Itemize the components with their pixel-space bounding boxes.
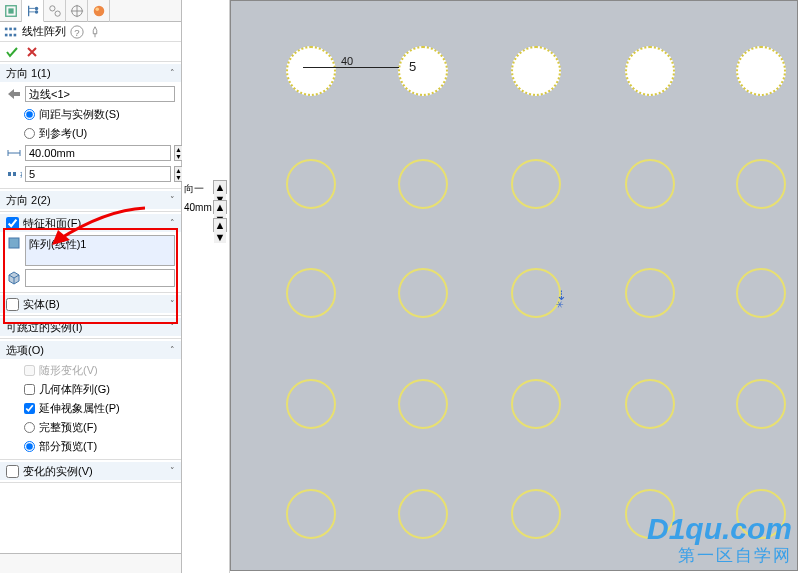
tab-target[interactable]	[66, 0, 88, 22]
pattern-instance	[625, 489, 675, 539]
svg-rect-19	[14, 33, 17, 36]
origin-marker: ⇣⚹	[556, 288, 567, 310]
pattern-instance	[286, 46, 336, 96]
propagate-visual-checkbox[interactable]	[24, 403, 35, 414]
svg-rect-1	[8, 8, 13, 13]
pattern-instance	[286, 489, 336, 539]
section-skip-instances: 可跳过的实例(I)˅	[0, 316, 181, 339]
chevron-down-icon: ˅	[170, 195, 175, 205]
partial-preview-radio[interactable]	[24, 441, 35, 452]
face-icon	[6, 269, 22, 285]
feature-icon	[6, 235, 22, 251]
svg-rect-14	[5, 27, 8, 30]
pattern-instance	[625, 159, 675, 209]
svg-rect-16	[14, 27, 17, 30]
help-icon[interactable]: ?	[70, 25, 84, 39]
tab-feature[interactable]	[0, 0, 22, 22]
section-options-header[interactable]: 选项(O)˄	[0, 341, 181, 359]
pattern-instance	[398, 268, 448, 318]
svg-rect-15	[9, 27, 12, 30]
linear-pattern-icon	[4, 25, 18, 39]
tab-appearance[interactable]	[88, 0, 110, 22]
svg-text:?: ?	[74, 26, 79, 37]
graphics-viewport[interactable]: 40 5 ⇣⚹	[230, 0, 798, 571]
count-input[interactable]	[25, 166, 171, 182]
features-list[interactable]: 阵列(线性)1	[25, 235, 175, 266]
section-features-faces: 特征和面(F)˄ 阵列(线性)1	[0, 212, 181, 293]
direction1-edge-input[interactable]	[25, 86, 175, 102]
section-vary-instances-header[interactable]: 变化的实例(V)˅	[0, 462, 181, 480]
spacing-instances-radio[interactable]	[24, 109, 35, 120]
section-bodies: 实体(B)˅	[0, 293, 181, 316]
action-row	[0, 42, 181, 62]
section-bodies-header[interactable]: 实体(B)˅	[0, 295, 181, 313]
svg-point-5	[34, 6, 38, 10]
svg-point-8	[55, 11, 60, 16]
dimension-line	[303, 67, 399, 68]
pattern-instance	[398, 379, 448, 429]
chevron-down-icon: ˅	[170, 299, 175, 309]
tab-tree[interactable]	[22, 0, 44, 22]
cancel-button[interactable]	[24, 44, 40, 60]
strip-spinner-1[interactable]: ▲▼	[213, 180, 227, 194]
reverse-direction-icon[interactable]	[6, 86, 22, 102]
pattern-instance	[625, 46, 675, 96]
panel-title: 线性阵列	[22, 24, 66, 39]
svg-rect-18	[9, 33, 12, 36]
pattern-instance	[286, 379, 336, 429]
svg-rect-26	[13, 172, 16, 176]
svg-point-6	[34, 10, 38, 14]
pin-icon[interactable]	[88, 25, 102, 39]
svg-text:#: #	[20, 168, 22, 180]
vary-instances-checkbox[interactable]	[6, 465, 19, 478]
spacing-input[interactable]	[25, 145, 171, 161]
geometry-pattern-checkbox[interactable]	[24, 384, 35, 395]
section-direction1-header[interactable]: 方向 1(1)˄	[0, 64, 181, 82]
property-panel: 线性阵列 ? 方向 1(1)˄ 间距与实例数(S) 到参考(U) ▲▼	[0, 0, 182, 573]
chevron-up-icon: ˄	[170, 68, 175, 78]
tab-config[interactable]	[44, 0, 66, 22]
section-vary-instances: 变化的实例(V)˅	[0, 460, 181, 483]
pattern-instance	[625, 268, 675, 318]
vary-sketch-checkbox	[24, 365, 35, 376]
section-direction2: 方向 2(2)˅	[0, 189, 181, 212]
strip-spinner-2[interactable]: ▲▼	[213, 200, 227, 214]
instance-count-label: 5	[409, 59, 416, 74]
bodies-checkbox[interactable]	[6, 298, 19, 311]
strip-spinner-3[interactable]: ▲▼	[213, 218, 227, 232]
section-options: 选项(O)˄ 随形变化(V) 几何体阵列(G) 延伸视象属性(P) 完整预览(F…	[0, 339, 181, 460]
ok-button[interactable]	[4, 44, 20, 60]
graphics-side-strip: 向一 ▲▼ 40mm ▲▼ ▲▼	[182, 0, 230, 573]
faces-list[interactable]	[25, 269, 175, 287]
panel-footer	[0, 553, 181, 573]
svg-point-12	[93, 6, 104, 17]
pattern-instance	[511, 46, 561, 96]
section-features-faces-header[interactable]: 特征和面(F)˄	[0, 214, 181, 232]
strip-label-2: 40mm	[184, 202, 212, 213]
main-area: 向一 ▲▼ 40mm ▲▼ ▲▼ 40 5 ⇣⚹	[182, 0, 800, 573]
panel-title-row: 线性阵列 ?	[0, 22, 181, 42]
pattern-instance	[398, 159, 448, 209]
pattern-instance	[736, 379, 786, 429]
section-skip-instances-header[interactable]: 可跳过的实例(I)˅	[0, 318, 181, 336]
full-preview-radio[interactable]	[24, 422, 35, 433]
pattern-instance	[286, 268, 336, 318]
chevron-down-icon: ˅	[170, 466, 175, 476]
pattern-instance	[286, 159, 336, 209]
pattern-instance	[398, 46, 448, 96]
pattern-instance	[736, 489, 786, 539]
pattern-instance	[511, 268, 561, 318]
chevron-down-icon: ˅	[170, 322, 175, 332]
dimension-value: 40	[341, 55, 353, 67]
instance-count-icon: #	[6, 166, 22, 182]
up-to-reference-radio[interactable]	[24, 128, 35, 139]
features-faces-checkbox[interactable]	[6, 217, 19, 230]
svg-point-7	[49, 6, 54, 11]
pattern-instance	[511, 379, 561, 429]
section-direction2-header[interactable]: 方向 2(2)˅	[0, 191, 181, 209]
chevron-up-icon: ˄	[170, 345, 175, 355]
svg-rect-28	[9, 238, 19, 248]
pattern-instance	[625, 379, 675, 429]
pattern-instance	[736, 268, 786, 318]
svg-rect-17	[5, 33, 8, 36]
